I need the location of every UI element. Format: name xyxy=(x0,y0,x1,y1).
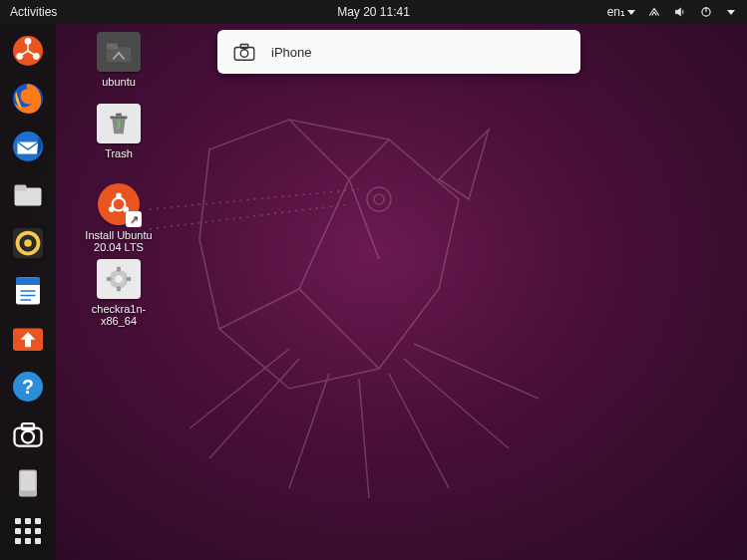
desktop-icon-install-ubuntu[interactable]: ↗ Install Ubuntu 20.04 LTS xyxy=(74,183,164,253)
desktop-icon-checkra1n[interactable]: checkra1n-x86_64 xyxy=(74,259,164,327)
dock: ? xyxy=(0,24,56,560)
executable-icon xyxy=(97,259,141,299)
trash-icon xyxy=(97,104,141,143)
svg-point-52 xyxy=(240,50,248,58)
shortcut-badge-icon: ↗ xyxy=(126,211,142,227)
svg-rect-38 xyxy=(107,44,118,50)
desktop-icon-trash[interactable]: Trash xyxy=(74,104,164,159)
ubuntu-install-icon: ↗ xyxy=(98,183,140,225)
top-panel: Activities May 20 11:41 en₁ xyxy=(0,0,747,24)
desktop-icon-label: checkra1n-x86_64 xyxy=(74,303,164,327)
svg-text:?: ? xyxy=(22,376,34,398)
svg-rect-9 xyxy=(15,184,27,190)
svg-rect-25 xyxy=(21,471,36,491)
activities-button[interactable]: Activities xyxy=(0,5,57,19)
svg-point-23 xyxy=(22,430,34,442)
clock[interactable]: May 20 11:41 xyxy=(337,5,410,19)
svg-rect-39 xyxy=(111,117,128,120)
svg-rect-14 xyxy=(16,278,40,286)
notification-banner[interactable]: iPhone xyxy=(217,30,580,74)
svg-rect-48 xyxy=(107,277,112,281)
notification-title: iPhone xyxy=(271,45,311,60)
dock-removable-drive[interactable] xyxy=(7,464,49,502)
folder-home-icon xyxy=(97,32,141,72)
camera-icon xyxy=(231,39,257,65)
chevron-down-icon[interactable] xyxy=(727,10,735,15)
dock-cheese[interactable] xyxy=(7,417,49,454)
power-icon[interactable] xyxy=(699,5,713,19)
dock-thunderbird[interactable] xyxy=(7,128,49,165)
svg-rect-46 xyxy=(117,267,121,272)
show-applications-button[interactable] xyxy=(7,512,49,550)
svg-rect-47 xyxy=(117,287,121,292)
network-icon[interactable] xyxy=(647,5,661,19)
dock-folder[interactable] xyxy=(7,176,49,214)
app-grid-icon xyxy=(15,518,41,544)
svg-rect-22 xyxy=(22,423,34,429)
status-area[interactable]: en₁ xyxy=(607,5,747,19)
desktop[interactable]: ubuntu Trash ↗ Install Ubuntu 20.04 LTS … xyxy=(56,24,747,560)
dock-rhythmbox[interactable] xyxy=(7,224,49,262)
svg-rect-51 xyxy=(240,45,248,49)
svg-point-43 xyxy=(113,198,126,211)
desktop-icon-label: ubuntu xyxy=(74,76,164,88)
desktop-icon-label: Trash xyxy=(74,147,164,159)
dock-writer[interactable] xyxy=(7,272,49,310)
dock-help[interactable]: ? xyxy=(7,368,49,406)
svg-point-12 xyxy=(24,239,32,247)
dock-software[interactable] xyxy=(7,320,49,358)
input-language-indicator[interactable]: en₁ xyxy=(607,5,635,19)
desktop-icon-label: Install Ubuntu 20.04 LTS xyxy=(74,229,164,253)
svg-rect-49 xyxy=(127,277,132,281)
dock-firefox[interactable] xyxy=(7,80,49,118)
svg-rect-37 xyxy=(107,47,131,62)
desktop-icon-home[interactable]: ubuntu xyxy=(74,32,164,88)
dock-files[interactable] xyxy=(7,32,49,70)
svg-point-45 xyxy=(115,275,123,283)
volume-icon[interactable] xyxy=(673,5,687,19)
